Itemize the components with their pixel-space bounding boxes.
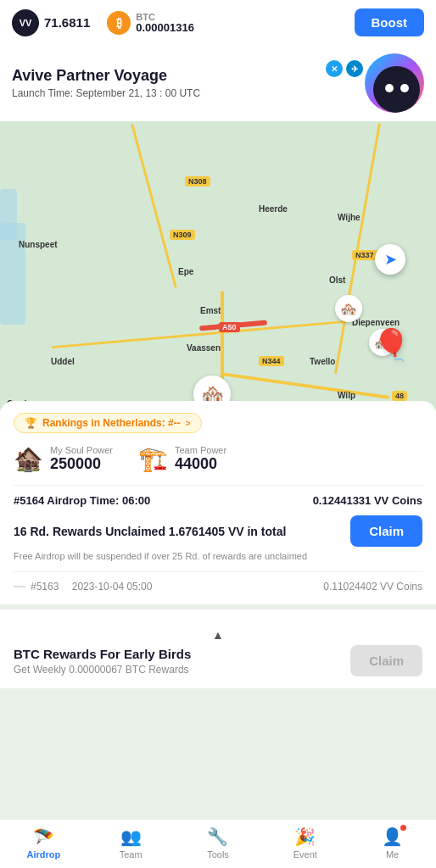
team-power-value: 44000 [175, 455, 226, 473]
nav-item-team[interactable]: 👥 Team [87, 826, 175, 860]
btc-rewards-card: ▲ BTC Rewards For Early Birds Get Weekly… [0, 609, 436, 688]
nav-label-airdrop: Airdrop [27, 849, 61, 860]
history-row: #5163 2023-10-04 05:00 0.11024402 VV Coi… [14, 571, 422, 593]
team-power-label: Team Power [175, 445, 226, 455]
nav-item-airdrop[interactable]: 🪂 Airdrop [0, 826, 87, 860]
history-label: #5163 2023-10-04 05:00 [14, 581, 152, 593]
nav-item-me[interactable]: 👤 Me [349, 826, 436, 860]
soul-power-icon: 🏚️ [14, 445, 43, 473]
btc-rewards-row: BTC Rewards For Early Birds Get Weekly 0… [14, 645, 422, 676]
nav-label-team: Team [120, 849, 143, 860]
compass: ➤ [375, 244, 405, 275]
twitter-icon[interactable]: ✕ [326, 60, 343, 77]
vv-balance: VV 71.6811 [12, 9, 90, 36]
nav-item-tools[interactable]: 🔧 Tools [175, 826, 262, 860]
team-power: 🏗️ Team Power 44000 [138, 445, 226, 473]
chevron-icon: > [186, 419, 191, 428]
rankings-label: Rankings in Netherlands: #-- [42, 417, 181, 429]
my-soul-power: 🏚️ My Soul Power 250000 [14, 445, 113, 473]
tools-icon: 🔧 [207, 826, 228, 847]
nav-label-me: Me [386, 849, 399, 860]
top-bar: VV 71.6811 ₿ BTC 0.00001316 Boost [0, 0, 436, 45]
nav-item-event[interactable]: 🎉 Event [261, 826, 349, 860]
event-icon: 🎉 [294, 826, 316, 847]
vv-icon: VV [12, 9, 39, 36]
btc-balance: ₿ BTC 0.00001316 [107, 11, 194, 35]
banner-title: Avive Partner Voyage [12, 67, 200, 85]
map-marker-3[interactable]: 🏘️ [335, 295, 362, 322]
claim-button[interactable]: Claim [350, 515, 422, 547]
nav-label-tools: Tools [207, 849, 229, 860]
rankings-badge[interactable]: 🏆 Rankings in Netherlands: #-- > [14, 413, 202, 433]
telegram-icon[interactable]: ✈ [346, 60, 363, 77]
airdrop-coins: 0.12441331 VV Coins [313, 494, 422, 507]
me-icon: 👤 [382, 826, 403, 847]
warning-text: Free Airdrop will be suspended if over 2… [14, 550, 422, 563]
btc-amount: 0.00001316 [136, 22, 194, 33]
banner: Avive Partner Voyage Launch Time: Septem… [0, 45, 436, 121]
rewards-text: 16 Rd. Rewards Unclaimed 1.6761405 VV in… [14, 525, 296, 538]
airdrop-time-row: #5164 Airdrop Time: 06:00 0.12441331 VV … [14, 485, 422, 507]
power-row: 🏚️ My Soul Power 250000 🏗️ Team Power 44… [14, 445, 422, 473]
rankings-card: 🏆 Rankings in Netherlands: #-- > 🏚️ My S… [0, 401, 436, 604]
map[interactable]: N308 N309 N337 N302 N344 N344 A50 A1 N31… [0, 121, 436, 409]
btc-rewards-title: BTC Rewards For Early Birds [14, 647, 191, 661]
vv-amount: 71.6811 [44, 15, 90, 30]
rewards-row: 16 Rd. Rewards Unclaimed 1.6761405 VV in… [14, 515, 422, 547]
nav-label-event: Event [293, 849, 317, 860]
collapse-arrow[interactable]: ▲ [14, 621, 422, 645]
soul-power-value: 250000 [50, 455, 113, 473]
soul-power-label: My Soul Power [50, 445, 113, 455]
airdrop-icon: 🪂 [33, 826, 54, 847]
airdrop-id: #5164 Airdrop Time: 06:00 [14, 494, 150, 507]
team-icon: 👥 [120, 826, 142, 847]
hot-air-balloon: 🎈 [372, 327, 411, 363]
history-coins: 0.11024402 VV Coins [323, 581, 422, 593]
banner-mascot: ✕ ✈ [339, 53, 424, 113]
btc-rewards-subtitle: Get Weekly 0.00000067 BTC Rewards [14, 664, 191, 676]
team-power-icon: 🏗️ [138, 445, 168, 473]
btc-label: BTC [136, 13, 194, 22]
banner-subtitle: Launch Time: September 21, 13 : 00 UTC [12, 87, 200, 99]
mascot-circle [365, 53, 424, 113]
btc-claim-button[interactable]: Claim [350, 645, 422, 676]
mascot-face [373, 66, 420, 113]
btc-icon: ₿ [107, 11, 131, 35]
boost-button[interactable]: Boost [355, 8, 425, 36]
bottom-nav: 🪂 Airdrop 👥 Team 🔧 Tools 🎉 Event 👤 Me [0, 819, 436, 868]
social-icons: ✕ ✈ [326, 60, 363, 77]
